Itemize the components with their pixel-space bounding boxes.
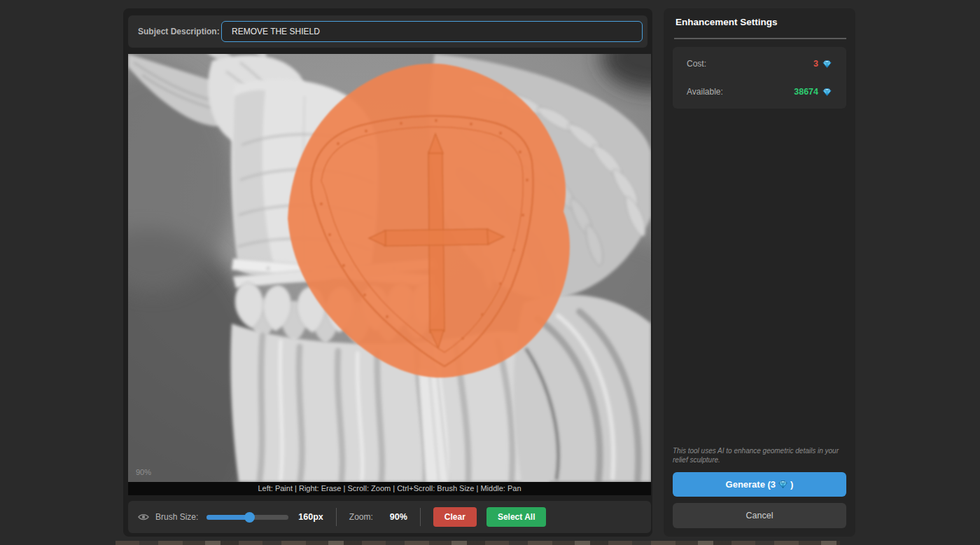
divider [674,38,846,39]
zoom-label: Zoom: [349,512,373,522]
available-value: 38674 [794,87,818,97]
background-thumbnail-strip [115,541,840,545]
divider [420,508,421,526]
divider [336,508,337,526]
clear-button[interactable]: Clear [433,507,477,527]
brush-size-slider[interactable] [206,512,288,523]
subject-description-card: Subject Description: [128,15,648,48]
brush-slider-thumb[interactable] [244,512,255,523]
gem-icon [778,480,788,489]
enhancement-settings-panel: Enhancement Settings Cost: 3 Available: … [664,8,855,537]
statue-image [128,54,651,482]
tool-description-note: This tool uses AI to enhance geometric d… [673,446,846,464]
mouse-instructions-bar: Left: Paint | Right: Erase | Scroll: Zoo… [128,482,651,495]
subject-description-input[interactable] [221,21,643,42]
brush-slider-fill [206,515,250,520]
cost-row: Cost: 3 [687,59,832,69]
available-row: Available: 38674 [687,87,832,97]
select-all-button[interactable]: Select All [486,507,547,527]
generate-button[interactable]: Generate (3 ) [673,472,846,497]
gem-icon [822,88,832,97]
gem-icon [822,60,832,69]
cost-card: Cost: 3 Available: 38674 [673,47,846,109]
editor-panel: Subject Description: [123,8,652,537]
cancel-button[interactable]: Cancel [673,503,846,528]
brush-controls-bar: Brush Size: 160px Zoom: 90% Clear Select… [128,501,651,533]
panel-title: Enhancement Settings [676,17,778,27]
brush-size-value: 160px [298,512,323,522]
generate-label-suffix: ) [790,479,793,490]
cost-value: 3 [813,59,818,69]
zoom-value: 90% [390,512,407,522]
cost-label: Cost: [687,59,706,69]
mask-paint-canvas[interactable]: 90% [128,54,651,482]
canvas-zoom-indicator: 90% [136,468,151,476]
brush-size-label: Brush Size: [155,512,198,522]
eye-icon [138,513,149,521]
available-label: Available: [687,87,723,97]
subject-description-label: Subject Description: [138,15,220,48]
generate-label-prefix: Generate (3 [726,479,776,490]
